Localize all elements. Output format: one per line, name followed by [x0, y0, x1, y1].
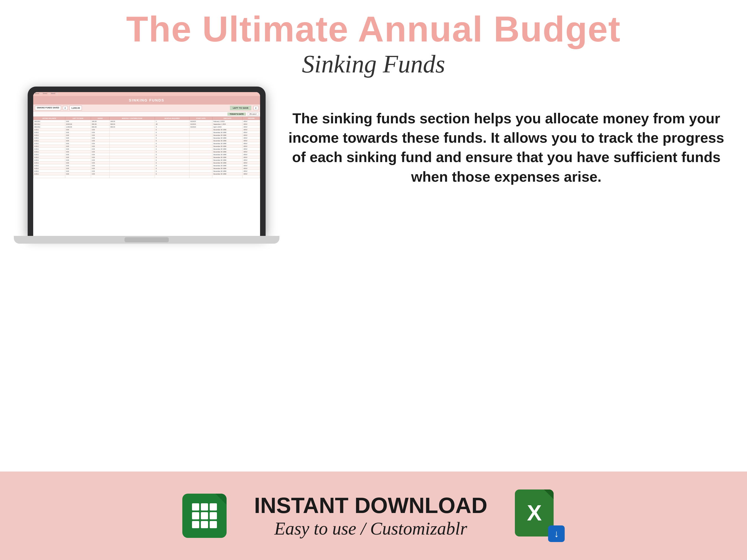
gs-cell-3: [210, 503, 217, 510]
table-cell: 0: [155, 161, 189, 164]
table-row: 0.00 £0.000.000December 30 1899#DIV/: [33, 148, 260, 151]
col-monthly-contributions: MONTHLY CONTRIBUTIONS: [109, 117, 155, 120]
gs-cell-4: [192, 512, 199, 519]
table-cell: 0.00: [65, 142, 91, 145]
table-cell: [109, 151, 155, 153]
sheet-header-row: SINKING FUNDS: [33, 96, 260, 105]
gs-cell-1: [192, 503, 199, 510]
table-row: 0.00 £0.000.000December 30 1899#DIV/: [33, 137, 260, 139]
col-saved: SAVED: [91, 117, 109, 120]
sheet-tabs: Sheet1 Sheet2 Sheet3: [33, 92, 260, 96]
gs-cell-5: [201, 512, 208, 519]
table-cell: 0.00 £: [33, 172, 65, 175]
table-row: 0.00 £0.000.000December 30 1899#DIV/: [33, 153, 260, 156]
table-cell: [189, 148, 212, 151]
table-cell: 0.00: [91, 128, 109, 131]
table-cell: 600.00 £: [33, 126, 65, 128]
bottom-section: INSTANT DOWNLOAD Easy to use / Customiza…: [0, 472, 747, 560]
excel-download-arrow: ↓: [548, 526, 565, 542]
table-cell: 3: [155, 126, 189, 128]
table-cell: December 30 1899: [212, 161, 242, 164]
google-sheets-icon: [182, 494, 227, 538]
data-table: ARTING BALANCE LEFT TO SAVE SAVED MONTHL…: [33, 117, 260, 178]
table-cell: 1,400.00: [65, 126, 91, 128]
table-cell: 0.00: [91, 134, 109, 137]
table-cell: [189, 161, 212, 164]
table-cell: 0.00: [65, 148, 91, 151]
table-cell: [109, 148, 155, 151]
col-end-date: END DATE: [212, 117, 242, 120]
table-cell: [109, 139, 155, 142]
sheet-title: SINKING FUNDS: [33, 98, 260, 102]
table-cell: 9,500.00: [65, 123, 91, 126]
table-cell: 0: [155, 153, 189, 156]
table-cell: 01/2023: [189, 123, 212, 126]
table-cell: 100.00 £: [33, 120, 65, 123]
table-cell: 0.00 £: [33, 161, 65, 164]
table-cell: [189, 164, 212, 167]
laptop-base: [14, 236, 279, 244]
table-cell: 0.00: [65, 167, 91, 170]
table-cell: December 30 1899: [212, 142, 242, 145]
easy-to-use-label: Easy to use / Customizablr: [275, 518, 467, 539]
table-cell: [109, 156, 155, 159]
table-cell: 0.00: [65, 137, 91, 139]
table-cell: [109, 134, 155, 137]
left-to-save-label: LEFT TO SAVE: [230, 106, 251, 110]
table-cell: [189, 139, 212, 142]
arrow-down-icon: ↓: [554, 528, 559, 539]
laptop-trackpad: [125, 237, 169, 242]
table-row: 0.00 £0.000.000December 30 1899#DIV/: [33, 167, 260, 170]
table-cell: [109, 170, 155, 172]
table-cell: 0.00: [91, 159, 109, 161]
footer-cell: £ 1,200.00: [91, 175, 109, 178]
table-cell: [109, 153, 155, 156]
table-cell: December 30 1899: [212, 170, 242, 172]
subtitle: Sinking Funds: [302, 50, 445, 78]
main-title: The Ultimate Annual Budget: [126, 11, 621, 47]
table-cell: 500.00: [91, 123, 109, 126]
table-cell: [189, 170, 212, 172]
table-cell: 500.00 £: [33, 123, 65, 126]
table-cell: 0: [155, 128, 189, 131]
table-cell: #DIV/: [242, 120, 260, 123]
table-cell: 0.00 £: [33, 145, 65, 148]
table-cell: [189, 128, 212, 131]
table-cell: #DIV/: [242, 148, 260, 151]
table-row: 0.00 £0.000.000December 30 1899#DIV/: [33, 142, 260, 145]
col-progress: PROGRE: [242, 117, 260, 120]
table-row: 100.00 £0.00100.00100.00101/2023February…: [33, 120, 260, 123]
table-cell: 500.00: [109, 123, 155, 126]
footer-cell: [189, 175, 212, 178]
table-row: 0.00 £0.000.000December 30 1899#DIV/: [33, 172, 260, 175]
table-cell: 0.00: [91, 151, 109, 153]
table-cell: December 30 1899: [212, 164, 242, 167]
table-cell: 0: [155, 142, 189, 145]
table-cell: 0.00 £: [33, 142, 65, 145]
sinking-funds-saved-label: SINKING FUNDS SAVED: [37, 107, 59, 109]
saved-value: 1,200.00: [71, 107, 80, 109]
table-row: 0.00 £0.000.000December 30 1899#DIV/: [33, 161, 260, 164]
excel-doc: X: [515, 489, 553, 536]
table-cell: [189, 142, 212, 145]
table-cell: [109, 159, 155, 161]
left-currency: £: [255, 107, 256, 109]
table-cell: 0.00: [65, 128, 91, 131]
excel-corner: [544, 489, 553, 499]
table-cell: 0.00: [91, 170, 109, 172]
table-cell: 0.00: [91, 131, 109, 134]
table-cell: 100.00: [91, 120, 109, 123]
table-cell: 0.00 £: [33, 153, 65, 156]
summary-right: LEFT TO SAVE £: [230, 106, 258, 110]
table-cell: #DIV/: [242, 172, 260, 175]
table-cell: #DIV/: [242, 128, 260, 131]
table-cell: 0.00: [91, 145, 109, 148]
footer-cell: 1,200.00: [33, 175, 65, 178]
gs-cell-7: [192, 521, 199, 528]
table-cell: December 30 1899: [212, 145, 242, 148]
table-cell: 0.00 £: [33, 156, 65, 159]
footer-cell: [109, 175, 155, 178]
table-cell: 0: [155, 156, 189, 159]
top-section: The Ultimate Annual Budget Sinking Funds: [0, 0, 747, 78]
sheet-tab-2: Sheet2: [41, 92, 49, 96]
